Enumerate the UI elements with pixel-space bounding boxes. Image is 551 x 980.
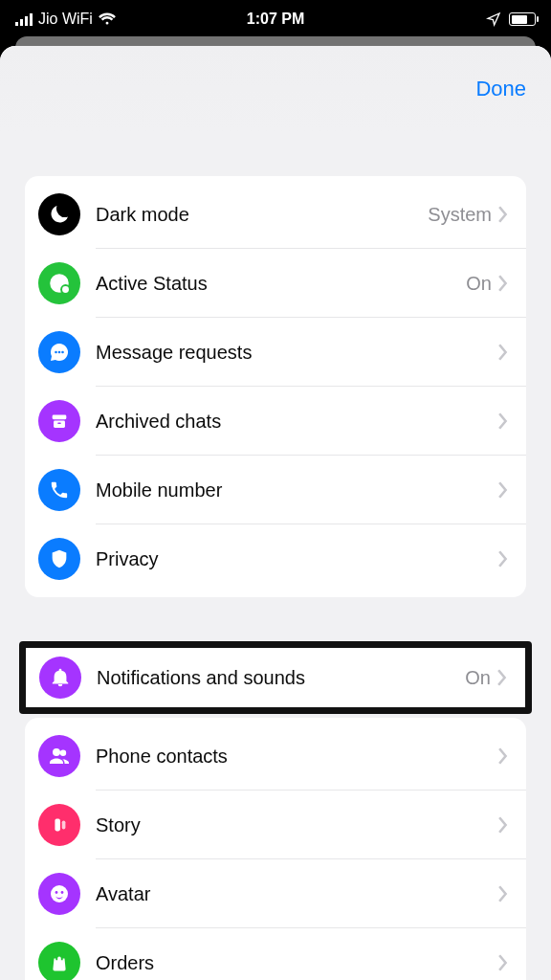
chevron-right-icon bbox=[496, 669, 525, 686]
cellular-signal-icon bbox=[15, 12, 33, 26]
settings-group-1: Dark mode System Active Status On bbox=[25, 176, 526, 597]
people-icon bbox=[38, 735, 80, 777]
chevron-right-icon bbox=[497, 481, 526, 499]
row-label: Message requests bbox=[80, 342, 497, 364]
settings-group-2: Phone contacts Story Avatar bbox=[25, 718, 526, 980]
row-value: System bbox=[428, 204, 497, 226]
svg-rect-8 bbox=[57, 422, 61, 424]
wifi-icon bbox=[99, 12, 116, 26]
status-left: Jio WiFi bbox=[15, 11, 116, 28]
avatar-face-icon bbox=[38, 873, 80, 915]
status-right bbox=[486, 11, 536, 27]
svg-point-3 bbox=[55, 351, 57, 354]
chevron-right-icon bbox=[497, 885, 526, 902]
shopping-bag-icon bbox=[38, 942, 80, 980]
row-dark-mode[interactable]: Dark mode System bbox=[25, 180, 526, 249]
moon-icon bbox=[38, 193, 80, 235]
chevron-right-icon bbox=[497, 206, 526, 223]
row-story[interactable]: Story bbox=[25, 791, 526, 859]
svg-point-4 bbox=[58, 351, 61, 354]
row-label: Mobile number bbox=[80, 479, 497, 501]
chat-bubble-icon bbox=[38, 331, 80, 373]
chevron-right-icon bbox=[497, 344, 526, 361]
story-icon bbox=[38, 804, 80, 846]
svg-rect-7 bbox=[54, 421, 65, 428]
svg-point-12 bbox=[55, 891, 58, 894]
chevron-right-icon bbox=[497, 747, 526, 765]
sheet-header: Done bbox=[0, 46, 551, 132]
row-label: Phone contacts bbox=[80, 746, 497, 768]
carrier-label: Jio WiFi bbox=[38, 11, 93, 28]
row-archived-chats[interactable]: Archived chats bbox=[25, 387, 526, 456]
archive-box-icon bbox=[38, 400, 80, 442]
row-mobile-number[interactable]: Mobile number bbox=[25, 456, 526, 524]
svg-point-2 bbox=[62, 286, 69, 293]
row-label: Privacy bbox=[80, 548, 497, 570]
phone-icon bbox=[38, 469, 80, 511]
row-label: Story bbox=[80, 814, 497, 836]
chevron-right-icon bbox=[497, 412, 526, 430]
settings-sheet: Done Dark mode System A bbox=[0, 46, 551, 980]
row-label: Notifications and sounds bbox=[81, 667, 465, 689]
shield-icon bbox=[38, 538, 80, 580]
location-icon bbox=[486, 11, 501, 27]
row-label: Avatar bbox=[80, 883, 497, 905]
row-label: Dark mode bbox=[80, 204, 428, 226]
svg-rect-6 bbox=[53, 415, 67, 420]
status-bar: Jio WiFi 1:07 PM bbox=[0, 0, 551, 38]
svg-point-5 bbox=[61, 351, 64, 354]
svg-point-13 bbox=[61, 891, 64, 894]
row-phone-contacts[interactable]: Phone contacts bbox=[25, 722, 526, 791]
row-label: Active Status bbox=[80, 273, 466, 295]
clock-time: 1:07 PM bbox=[247, 11, 304, 28]
row-notifications-sounds[interactable]: Notifications and sounds On bbox=[26, 648, 525, 707]
done-button[interactable]: Done bbox=[475, 77, 526, 101]
chevron-right-icon bbox=[497, 550, 526, 568]
svg-point-11 bbox=[51, 885, 68, 902]
row-message-requests[interactable]: Message requests bbox=[25, 318, 526, 387]
highlighted-notifications-row: Notifications and sounds On bbox=[19, 641, 532, 714]
row-orders[interactable]: Orders bbox=[25, 928, 526, 980]
chevron-right-icon bbox=[497, 816, 526, 834]
chevron-right-icon bbox=[497, 275, 526, 292]
active-status-icon bbox=[38, 262, 80, 304]
row-value: On bbox=[465, 667, 496, 689]
row-active-status[interactable]: Active Status On bbox=[25, 249, 526, 318]
row-value: On bbox=[466, 273, 497, 295]
row-privacy[interactable]: Privacy bbox=[25, 524, 526, 593]
svg-rect-10 bbox=[62, 820, 66, 829]
row-label: Archived chats bbox=[80, 411, 497, 433]
bell-icon bbox=[39, 657, 81, 699]
svg-rect-9 bbox=[55, 819, 60, 832]
row-label: Orders bbox=[80, 952, 497, 974]
row-avatar[interactable]: Avatar bbox=[25, 859, 526, 928]
battery-icon bbox=[509, 12, 536, 26]
chevron-right-icon bbox=[497, 954, 526, 971]
